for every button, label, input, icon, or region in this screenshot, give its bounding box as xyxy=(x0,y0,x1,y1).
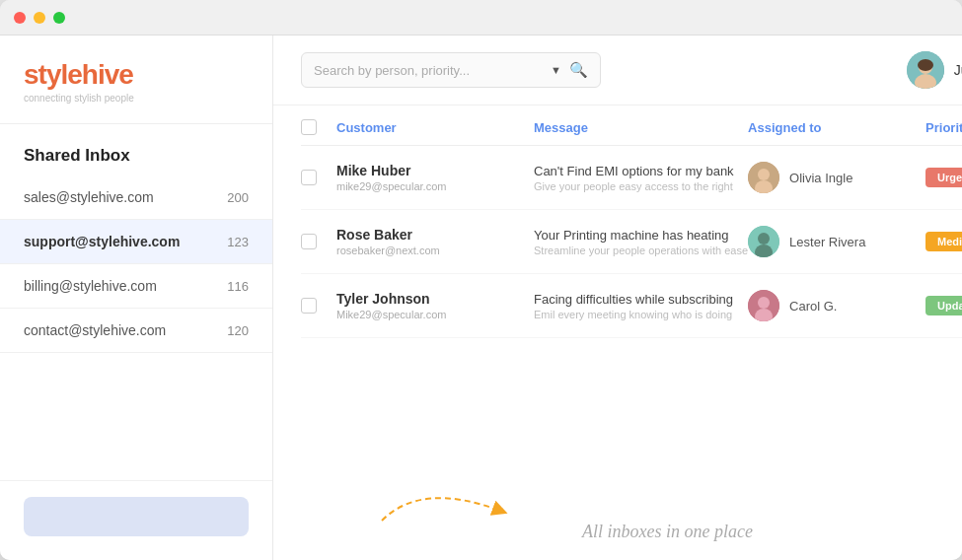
avatar xyxy=(907,51,944,89)
agent-name: Lester Rivera xyxy=(789,235,865,249)
priority-badge: Update xyxy=(925,296,962,315)
priority-badge: Urgent xyxy=(925,168,962,187)
inbox-count: 120 xyxy=(227,323,249,338)
svg-point-8 xyxy=(758,233,770,245)
title-bar xyxy=(0,0,962,35)
message-cell: Your Printing machine has heating Stream… xyxy=(534,228,748,256)
app-body: stylehive connecting stylish people Shar… xyxy=(0,35,962,560)
svg-point-3 xyxy=(918,59,933,71)
select-all-checkbox[interactable] xyxy=(301,119,317,135)
inbox-email: sales@stylehive.com xyxy=(24,189,154,205)
sidebar-action-button[interactable] xyxy=(24,497,249,536)
annotation-arrow xyxy=(372,471,569,530)
sidebar-bottom xyxy=(0,480,272,560)
agent-avatar xyxy=(748,162,779,193)
col-assigned: Assigned to xyxy=(748,120,925,135)
svg-point-5 xyxy=(758,169,770,180)
inbox-count: 200 xyxy=(227,190,249,205)
agent-avatar-img xyxy=(748,162,779,193)
bottom-banner: All inboxes in one place xyxy=(273,508,962,560)
table-container: Customer Message Assigned to Priority Mi… xyxy=(273,105,962,508)
header-checkbox-cell xyxy=(301,119,336,135)
close-button[interactable] xyxy=(14,12,26,24)
agent-avatar xyxy=(748,290,779,321)
logo-tagline: connecting stylish people xyxy=(24,93,249,104)
logo-area: stylehive connecting stylish people xyxy=(0,35,272,124)
search-icon[interactable]: 🔍 xyxy=(569,61,588,79)
maximize-button[interactable] xyxy=(53,12,65,24)
customer-cell: Rose Baker rosebaker@next.com xyxy=(336,227,534,256)
search-placeholder-text: Search by person, priority... xyxy=(314,63,543,78)
message-cell: Facing difficulties while subscribing Em… xyxy=(534,292,748,320)
row-checkbox[interactable] xyxy=(301,298,317,314)
customer-email: Mike29@specular.com xyxy=(336,309,534,320)
col-customer: Customer xyxy=(336,120,534,135)
table-header: Customer Message Assigned to Priority xyxy=(301,105,962,146)
inbox-item-active[interactable]: support@stylehive.com 123 xyxy=(0,220,272,264)
priority-cell: Update xyxy=(925,296,962,315)
col-priority: Priority xyxy=(925,120,962,135)
priority-badge: Medium xyxy=(925,232,962,251)
customer-name: Rose Baker xyxy=(336,227,534,243)
message-title: Can't Find EMI options for my bank xyxy=(534,164,748,178)
assigned-cell: Lester Rivera xyxy=(748,226,925,257)
row-checkbox-cell xyxy=(301,170,336,185)
col-message: Message xyxy=(534,120,748,135)
minimize-button[interactable] xyxy=(34,12,45,24)
app-window: stylehive connecting stylish people Shar… xyxy=(0,0,962,560)
inbox-count: 123 xyxy=(227,235,249,249)
agent-avatar xyxy=(748,226,779,257)
priority-cell: Medium xyxy=(925,232,962,251)
priority-cell: Urgent xyxy=(925,168,962,187)
message-title: Your Printing machine has heating xyxy=(534,228,748,243)
message-cell: Can't Find EMI options for my bank Give … xyxy=(534,164,748,192)
inbox-email: billing@stylehive.com xyxy=(24,278,157,294)
row-checkbox[interactable] xyxy=(301,170,317,185)
row-checkbox-cell xyxy=(301,298,336,314)
inbox-list: sales@stylehive.com 200 support@stylehiv… xyxy=(0,175,272,480)
row-checkbox-cell xyxy=(301,234,336,249)
customer-email: mike29@specular.com xyxy=(336,180,534,192)
message-preview: Give your people easy access to the righ… xyxy=(534,180,748,192)
customer-cell: Tyler Johnson Mike29@specular.com xyxy=(336,291,534,320)
inbox-email: support@stylehive.com xyxy=(24,234,180,249)
search-bar[interactable]: Search by person, priority... ▼ 🔍 xyxy=(301,52,601,88)
customer-name: Mike Huber xyxy=(336,163,534,178)
agent-name: Olivia Ingle xyxy=(789,171,852,185)
user-info: Julie Worden xyxy=(907,51,962,89)
filter-icon[interactable]: ▼ xyxy=(551,64,561,76)
table-row[interactable]: Mike Huber mike29@specular.com Can't Fin… xyxy=(301,146,962,210)
inbox-item[interactable]: billing@stylehive.com 116 xyxy=(0,264,272,309)
inbox-item[interactable]: contact@stylehive.com 120 xyxy=(0,309,272,353)
svg-point-11 xyxy=(758,297,770,309)
assigned-cell: Carol G. xyxy=(748,290,925,321)
main-header: Search by person, priority... ▼ 🔍 xyxy=(273,35,962,105)
agent-name: Carol G. xyxy=(789,299,837,314)
message-preview: Emil every meeting knowing who is doing xyxy=(534,309,748,320)
user-name: Julie Worden xyxy=(954,62,962,78)
logo-name: stylehive xyxy=(24,59,249,91)
table-row[interactable]: Rose Baker rosebaker@next.com Your Print… xyxy=(301,210,962,274)
customer-name: Tyler Johnson xyxy=(336,291,534,307)
customer-email: rosebaker@next.com xyxy=(336,245,534,256)
main-content: Search by person, priority... ▼ 🔍 xyxy=(273,35,962,560)
message-title: Facing difficulties while subscribing xyxy=(534,292,748,307)
inbox-item[interactable]: sales@stylehive.com 200 xyxy=(0,175,272,220)
row-checkbox[interactable] xyxy=(301,234,317,249)
message-preview: Streamline your people operations with e… xyxy=(534,245,748,256)
sidebar-section-title: Shared Inbox xyxy=(0,124,272,175)
inbox-count: 116 xyxy=(227,279,249,294)
agent-avatar-img xyxy=(748,290,779,321)
agent-avatar-img xyxy=(748,226,779,257)
table-row[interactable]: Tyler Johnson Mike29@specular.com Facing… xyxy=(301,274,962,338)
assigned-cell: Olivia Ingle xyxy=(748,162,925,193)
inbox-email: contact@stylehive.com xyxy=(24,322,166,338)
avatar-image xyxy=(907,51,944,89)
sidebar: stylehive connecting stylish people Shar… xyxy=(0,35,273,560)
customer-cell: Mike Huber mike29@specular.com xyxy=(336,163,534,192)
